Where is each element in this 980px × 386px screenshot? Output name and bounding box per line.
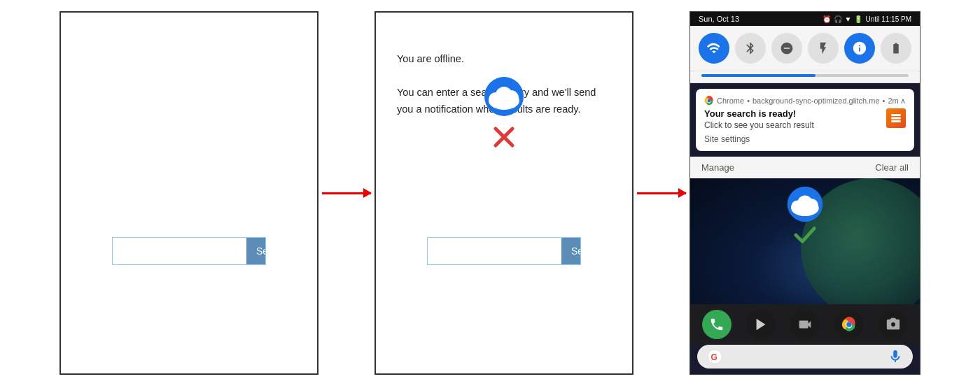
svg-point-4 (496, 87, 512, 103)
search-bar-1: Search (112, 237, 266, 265)
notif-bullet2: • (883, 96, 886, 105)
svg-point-8 (708, 99, 711, 103)
notif-app-icon (886, 108, 906, 128)
arrow-2-icon (637, 192, 686, 194)
dock-chrome-icon[interactable] (834, 310, 864, 339)
notif-title: Your search is ready! (704, 108, 814, 119)
x-icon (491, 124, 517, 150)
alarm-icon: ⏰ (822, 15, 831, 23)
dock-bar (690, 304, 920, 345)
chrome-logo-icon (704, 96, 714, 106)
notif-header: Chrome • background-sync-optimized.glitc… (704, 96, 906, 106)
search-button-2[interactable]: Search (561, 238, 581, 264)
phone2-search-area: Search (427, 237, 581, 265)
android-wallpaper (690, 178, 920, 304)
notif-body: Click to see you search result (704, 120, 814, 130)
wifi-icon: ▼ (845, 15, 852, 23)
cloud-offline-area (476, 76, 532, 150)
clear-all-button[interactable]: Clear all (875, 162, 909, 173)
notif-expand-icon[interactable]: ∧ (900, 96, 906, 106)
svg-marker-17 (757, 319, 766, 331)
dock-camera-icon[interactable] (878, 310, 908, 339)
qs-bluetooth-icon[interactable] (735, 33, 766, 64)
notif-bullet: • (747, 96, 750, 105)
search-button-1[interactable]: Search (246, 238, 266, 264)
status-bar-icons: ⏰ 🎧 ▼ 🔋 Until 11:15 PM (822, 15, 912, 23)
dock-video-icon[interactable] (790, 310, 820, 339)
phone-frame-1: Search (59, 11, 318, 375)
svg-text:G: G (711, 352, 718, 362)
notif-header-left: Chrome • background-sync-optimized.glitc… (704, 96, 899, 106)
dock-playstore-icon[interactable] (746, 310, 776, 339)
headphone-icon: 🎧 (834, 15, 842, 23)
qs-battery-icon[interactable] (881, 33, 911, 64)
action-bar: Manage Clear all (690, 157, 920, 178)
search-input-1[interactable] (113, 238, 246, 264)
search-bar-2: Search (427, 237, 581, 265)
main-container: Search You are offline. You can enter a … (0, 0, 980, 386)
qs-wifi-icon[interactable] (699, 33, 729, 64)
svg-rect-11 (891, 120, 901, 122)
svg-rect-10 (891, 117, 901, 120)
notif-site: background-sync-optimized.glitch.me (752, 96, 880, 105)
qs-dnd-icon[interactable] (771, 33, 802, 64)
brightness-fill (701, 74, 816, 77)
svg-point-19 (846, 322, 851, 327)
site-settings-link[interactable]: Site settings (704, 134, 814, 144)
google-mic-icon[interactable] (888, 349, 903, 364)
brightness-bar-area (690, 71, 920, 83)
google-g-icon: G (707, 349, 722, 364)
status-time: Until 11:15 PM (865, 15, 911, 23)
svg-rect-9 (891, 114, 901, 116)
phone-frame-2: You are offline. You can enter a search … (374, 11, 634, 375)
notification-card[interactable]: Chrome • background-sync-optimized.glitc… (696, 89, 914, 151)
android-panel: Sun, Oct 13 ⏰ 🎧 ▼ 🔋 Until 11:15 PM (690, 11, 920, 375)
svg-point-16 (797, 195, 813, 210)
cloud-icon-online (780, 185, 830, 223)
notif-time: 2m (888, 96, 898, 105)
phone1-search-area: Search (112, 237, 266, 265)
checkmark-icon (793, 223, 817, 247)
offline-line1: You are offline. (397, 51, 611, 68)
status-bar: Sun, Oct 13 ⏰ 🎧 ▼ 🔋 Until 11:15 PM (690, 12, 920, 26)
qs-flashlight-icon[interactable] (808, 33, 839, 64)
arrow-1-container (318, 192, 374, 194)
google-search-bar[interactable]: G (697, 345, 913, 369)
cloud-online-area (780, 185, 830, 247)
manage-button[interactable]: Manage (701, 162, 734, 173)
dock-phone-icon[interactable] (702, 310, 732, 339)
qs-datasaver-icon[interactable] (844, 33, 875, 64)
status-date: Sun, Oct 13 (699, 15, 739, 23)
brightness-bar[interactable] (701, 74, 909, 77)
arrow-1-icon (322, 192, 371, 194)
battery-icon: 🔋 (854, 15, 862, 23)
cloud-icon-offline (476, 76, 532, 117)
quick-settings (690, 26, 920, 71)
search-input-2[interactable] (428, 238, 561, 264)
arrow-2-container (634, 192, 690, 194)
notif-source: Chrome (717, 96, 744, 105)
